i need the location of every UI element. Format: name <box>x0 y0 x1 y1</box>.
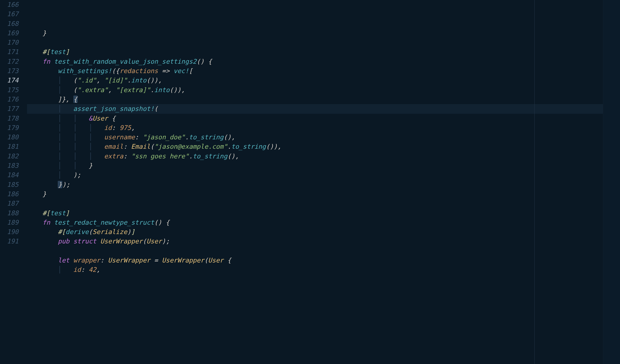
token: │ │ │ <box>27 152 104 160</box>
token: #[ <box>58 228 65 235</box>
token <box>27 237 58 245</box>
token: fn <box>42 58 50 65</box>
code-line[interactable]: │ │ │ id: 975, <box>27 123 620 133</box>
line-number: 171 <box>0 47 18 57</box>
token: User <box>208 257 224 264</box>
code-line[interactable]: │ id: 42, <box>27 265 620 274</box>
token <box>27 228 58 235</box>
token: Email <box>131 143 150 150</box>
token: │ │ │ <box>27 143 104 150</box>
token <box>96 237 100 245</box>
token: "jason_doe" <box>142 133 185 141</box>
token: . <box>150 86 154 94</box>
token <box>27 181 58 188</box>
token: : <box>135 133 142 141</box>
code-line[interactable]: │ │ │ extra: "ssn goes here".to_string()… <box>27 152 620 161</box>
code-line[interactable]: │ │ &User { <box>27 114 620 123</box>
token: UserWrapper <box>100 237 142 245</box>
token: ( <box>73 86 77 94</box>
token <box>69 237 73 245</box>
token: derive <box>65 228 88 235</box>
code-line[interactable]: │ │ │ email: Email("jason@example.com".t… <box>27 142 620 151</box>
code-line[interactable]: │ assert_json_snapshot!( <box>27 104 620 113</box>
code-line[interactable]: ]}, { <box>27 95 620 104</box>
token: 42 <box>89 266 96 273</box>
token: & <box>89 115 93 122</box>
code-line[interactable]: } <box>27 189 620 199</box>
token: ); <box>62 181 70 188</box>
token: ( <box>89 228 93 235</box>
code-line[interactable] <box>27 246 620 256</box>
code-line[interactable]: │ (".id", "[id]".into()), <box>27 76 620 85</box>
line-number: 188 <box>0 208 18 218</box>
token: ] <box>131 228 135 235</box>
token: ] <box>65 209 69 217</box>
code-line[interactable]: #[test] <box>27 208 620 218</box>
token: ({ <box>112 67 119 75</box>
line-number: 187 <box>0 199 18 208</box>
token: ( <box>150 143 154 150</box>
code-line[interactable]: let wrapper: UserWrapper = UserWrapper(U… <box>27 256 620 265</box>
minimap-panel[interactable] <box>603 0 620 364</box>
code-line[interactable]: fn test_with_random_value_json_settings2… <box>27 57 620 66</box>
token <box>27 58 42 65</box>
code-line[interactable]: with_settings!({redactions => vec![ <box>27 66 620 76</box>
token: } <box>27 29 46 37</box>
code-line[interactable]: } <box>27 28 620 38</box>
token: . <box>127 76 131 84</box>
token: vec! <box>173 67 189 75</box>
token: │ │ │ <box>27 133 104 141</box>
token: : <box>123 143 131 150</box>
code-line[interactable]: pub struct UserWrapper(User); <box>27 237 620 246</box>
token: User <box>92 115 108 122</box>
token: ); <box>162 237 170 245</box>
token <box>50 58 54 65</box>
token: to_string <box>189 133 224 141</box>
token: ( <box>204 257 208 264</box>
token <box>50 219 54 226</box>
token: │ │ │ <box>27 124 104 131</box>
code-line[interactable]: fn test_redact_newtype_struct() { <box>27 218 620 227</box>
code-editor[interactable]: 1661671681691701711721731741751761771781… <box>0 0 620 364</box>
token: wrapper <box>73 257 100 264</box>
token: , <box>96 76 104 84</box>
token: . <box>189 152 193 160</box>
token: "[extra]" <box>116 86 150 94</box>
code-line[interactable]: │ (".extra", "[extra]".into()), <box>27 85 620 95</box>
code-line[interactable]: #[test] <box>27 47 620 57</box>
code-line[interactable]: #[derive(Serialize)] <box>27 227 620 237</box>
code-line[interactable]: │ │ │ username: "jason_doe".to_string(), <box>27 133 620 142</box>
line-number: 181 <box>0 142 18 151</box>
token: = <box>150 257 162 264</box>
token: : <box>100 257 108 264</box>
token: (), <box>227 152 239 160</box>
token: ( <box>142 237 146 245</box>
token: { <box>224 257 231 264</box>
line-number: 177 <box>0 104 18 113</box>
code-line[interactable]: │ │ } <box>27 161 620 170</box>
line-number: 172 <box>0 57 18 66</box>
line-number: 183 <box>0 161 18 170</box>
token: │ <box>27 266 73 273</box>
line-number: 184 <box>0 170 18 180</box>
token: │ <box>27 86 73 94</box>
token: with_settings! <box>58 67 112 75</box>
token: │ │ <box>27 115 89 122</box>
token: #[ <box>42 209 50 217</box>
code-line[interactable] <box>27 199 620 208</box>
code-line[interactable]: │ ); <box>27 170 620 180</box>
code-area[interactable]: } #[test] fn test_with_random_value_json… <box>27 0 620 364</box>
token: (), <box>224 133 235 141</box>
token: ()), <box>170 86 185 94</box>
token: test <box>50 209 65 217</box>
token: , <box>96 266 100 273</box>
token: pub <box>58 237 69 245</box>
code-line[interactable]: }); <box>27 180 620 189</box>
token: into <box>154 86 170 94</box>
code-line[interactable] <box>27 38 620 47</box>
token: into <box>131 76 146 84</box>
token: } <box>58 181 62 188</box>
line-number: 185 <box>0 180 18 189</box>
token: : <box>81 266 89 273</box>
token: ) <box>127 228 131 235</box>
